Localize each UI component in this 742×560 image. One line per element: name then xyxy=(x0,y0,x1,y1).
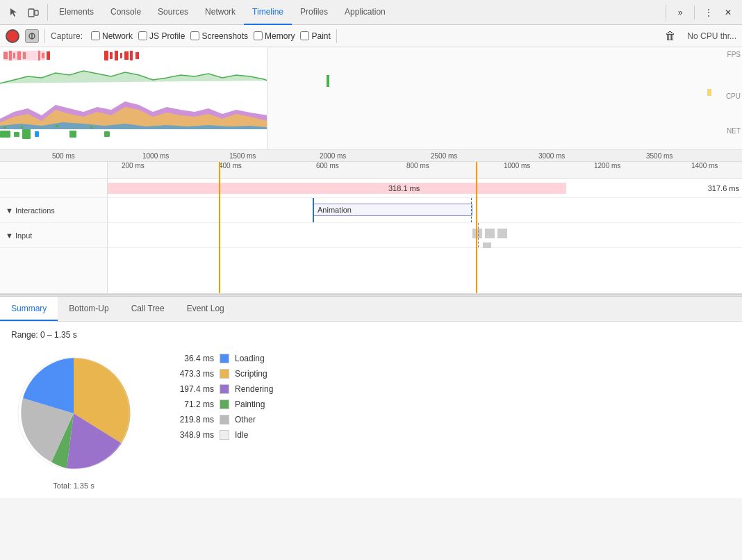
svg-rect-26 xyxy=(0,131,10,138)
tab-event-log[interactable]: Event Log xyxy=(176,297,236,321)
legend-painting-ms: 71.2 ms xyxy=(164,400,214,409)
legend-scripting-ms: 473.3 ms xyxy=(164,369,214,379)
device-mode-icon[interactable] xyxy=(25,4,42,21)
svg-rect-0 xyxy=(28,9,34,17)
legend-list: 36.4 ms Loading 473.3 ms Scripting 197.4… xyxy=(164,351,273,440)
bottom-tabs: Summary Bottom-Up Call Tree Event Log xyxy=(0,297,742,322)
legend-rendering-color xyxy=(220,384,229,394)
svg-rect-33 xyxy=(707,89,711,96)
svg-rect-12 xyxy=(104,51,108,60)
js-profile-input[interactable] xyxy=(138,31,147,40)
ruler-2500ms: 2500 ms xyxy=(431,152,457,160)
timeline-overview: FPS CPU NET 500 ms 1000 ms 1500 ms 2000 … xyxy=(0,47,742,162)
cursor-icon[interactable] xyxy=(6,4,22,21)
tab-network[interactable]: Network xyxy=(197,0,244,25)
tab-elements[interactable]: Elements xyxy=(51,0,102,25)
legend-rendering-label: Rendering xyxy=(235,384,273,394)
cpu-throttle-label: No CPU thr... xyxy=(687,31,736,41)
timing-bar-main xyxy=(108,183,566,194)
svg-rect-30 xyxy=(69,131,76,138)
capture-bar: Capture: Network JS Profile Screenshots … xyxy=(0,25,742,47)
paint-checkbox[interactable]: Paint xyxy=(300,31,330,41)
tab-profiles[interactable]: Profiles xyxy=(292,0,336,25)
js-profile-label: JS Profile xyxy=(149,31,185,41)
js-profile-checkbox[interactable]: JS Profile xyxy=(138,31,185,41)
svg-rect-28 xyxy=(22,129,31,139)
tab-console[interactable]: Console xyxy=(102,0,149,25)
main-ruler-1400ms: 1400 ms xyxy=(691,162,718,170)
ruler-2000ms: 2000 ms xyxy=(320,152,346,160)
stop-button[interactable] xyxy=(25,29,39,43)
network-checkbox-input[interactable] xyxy=(91,31,100,40)
capture-label: Capture: xyxy=(51,31,83,41)
legend-idle-color xyxy=(220,430,229,440)
legend-painting: 71.2 ms Painting xyxy=(164,400,273,409)
paint-input[interactable] xyxy=(300,31,309,40)
record-button[interactable] xyxy=(6,29,19,43)
legend-loading: 36.4 ms Loading xyxy=(164,354,273,363)
tab-application[interactable]: Application xyxy=(336,0,394,25)
legend-idle-label: Idle xyxy=(235,430,248,440)
ruler-1500ms: 1500 ms xyxy=(229,152,256,160)
input-event-3 xyxy=(497,229,507,238)
range-text: Range: 0 – 1.35 s xyxy=(11,330,731,340)
screenshots-label: Screenshots xyxy=(201,31,248,41)
animation-bar: Animation xyxy=(313,204,472,216)
ruler-500ms: 500 ms xyxy=(52,152,75,160)
timing-318: 318.1 ms xyxy=(386,183,420,194)
orange-marker-400 xyxy=(219,162,220,294)
bottom-panel: Summary Bottom-Up Call Tree Event Log Ra… xyxy=(0,297,742,498)
blue-solid-marker xyxy=(313,198,314,222)
devtools-toolbar: Elements Console Sources Network Timelin… xyxy=(0,0,742,25)
toolbar-icons xyxy=(6,4,48,21)
ruler-3000ms: 3000 ms xyxy=(538,152,565,160)
input-label: ▼ Input xyxy=(0,223,108,247)
tab-summary[interactable]: Summary xyxy=(0,297,58,321)
cpu-label: CPU xyxy=(726,92,741,100)
svg-rect-14 xyxy=(115,51,118,60)
input-event-2 xyxy=(485,229,495,238)
blue-dashed-marker xyxy=(471,198,472,222)
main-ruler-600ms: 600 ms xyxy=(316,162,339,170)
tab-sources[interactable]: Sources xyxy=(149,0,197,25)
legend-other-ms: 219.8 ms xyxy=(164,415,214,425)
network-checkbox[interactable]: Network xyxy=(91,31,133,41)
svg-rect-17 xyxy=(130,51,133,60)
toolbar-right: » ⋮ ✕ xyxy=(666,4,736,21)
legend-other-label: Other xyxy=(235,415,256,425)
timing-317: 317.6 ms xyxy=(708,183,739,194)
ruler-1000ms: 1000 ms xyxy=(142,152,169,160)
close-button[interactable]: ✕ xyxy=(720,4,736,21)
orange-marker-800 xyxy=(476,162,477,294)
legend-scripting-label: Scripting xyxy=(235,369,267,379)
legend-painting-color xyxy=(220,400,229,409)
memory-input[interactable] xyxy=(254,31,263,40)
legend-scripting-color xyxy=(220,369,229,379)
svg-rect-15 xyxy=(120,53,122,58)
screenshots-checkbox[interactable]: Screenshots xyxy=(190,31,248,41)
input-event-1 xyxy=(472,229,482,238)
legend-loading-label: Loading xyxy=(235,354,265,363)
legend-rendering-ms: 197.4 ms xyxy=(164,384,214,394)
tab-timeline[interactable]: Timeline xyxy=(244,0,292,25)
svg-rect-16 xyxy=(124,51,129,60)
trash-button[interactable]: 🗑 xyxy=(665,30,676,42)
ruler-3500ms: 3500 ms xyxy=(646,152,673,160)
tab-call-tree[interactable]: Call Tree xyxy=(120,297,176,321)
tab-bottom-up[interactable]: Bottom-Up xyxy=(58,297,119,321)
gray-dashed-marker xyxy=(478,223,479,247)
tab-list: Elements Console Sources Network Timelin… xyxy=(51,0,666,25)
legend-other-color xyxy=(220,415,229,425)
svg-rect-32 xyxy=(327,75,329,87)
legend-idle: 348.9 ms Idle xyxy=(164,430,273,440)
screenshots-input[interactable] xyxy=(190,31,199,40)
svg-rect-1 xyxy=(35,10,38,15)
memory-checkbox[interactable]: Memory xyxy=(254,31,295,41)
legend-scripting: 473.3 ms Scripting xyxy=(164,369,273,379)
more-tabs-button[interactable]: » xyxy=(672,4,689,21)
main-ruler-200ms: 200 ms xyxy=(122,162,145,170)
summary-layout: Total: 1.35 s 36.4 ms Loading 473.3 ms S… xyxy=(11,351,731,490)
pie-chart: Total: 1.35 s xyxy=(11,351,136,490)
menu-button[interactable]: ⋮ xyxy=(700,4,717,21)
main-ruler-1200ms: 1200 ms xyxy=(594,162,620,170)
